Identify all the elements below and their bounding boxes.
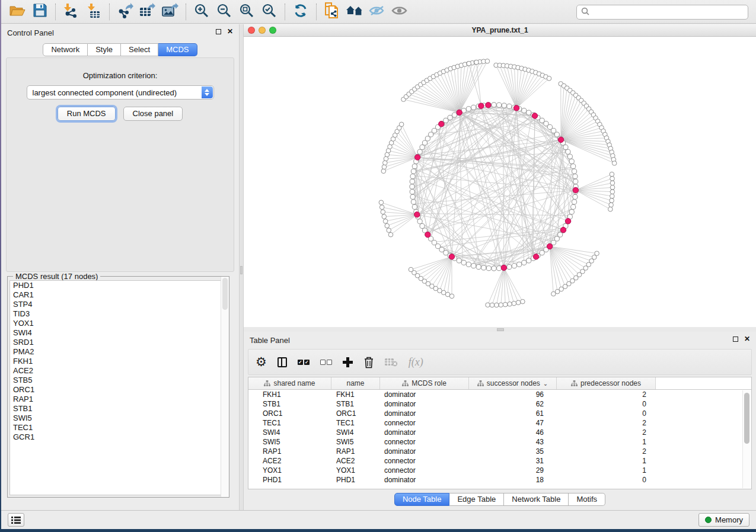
table-settings-button[interactable]: ⚙ <box>256 354 267 370</box>
toolbar-separator <box>316 4 317 20</box>
network-canvas[interactable] <box>244 37 756 327</box>
table-row[interactable]: SWI4SWI4dominator462 <box>248 428 751 437</box>
mcds-list-item[interactable]: STB1 <box>10 404 227 414</box>
function-builder-button[interactable]: f(x) <box>409 354 423 370</box>
table-row[interactable]: ACE2ACE2connector311 <box>248 456 751 466</box>
deselect-all-button[interactable] <box>320 354 332 370</box>
mcds-list-item[interactable]: GCR1 <box>10 432 227 442</box>
result-list-scrollbar[interactable] <box>221 277 229 497</box>
export-table-button[interactable] <box>138 2 158 21</box>
close-panel-icon[interactable]: ✕ <box>227 29 233 34</box>
column-header-predecessor-nodes[interactable]: predecessor nodes <box>557 377 656 389</box>
network-graph[interactable] <box>244 37 756 327</box>
column-namespace-icon <box>571 380 578 387</box>
mcds-list-item[interactable]: PMA2 <box>10 347 227 357</box>
run-mcds-button[interactable]: Run MCDS <box>58 107 116 121</box>
close-panel-button[interactable]: Close panel <box>123 107 183 121</box>
toolbar-separator <box>55 4 56 20</box>
show-all-button[interactable] <box>390 2 410 21</box>
mcds-list-item[interactable]: STP4 <box>10 300 227 309</box>
table-row[interactable]: PHD1PHD1dominator180 <box>248 475 751 485</box>
mcds-list-item[interactable]: RAP1 <box>10 395 227 404</box>
float-panel-icon[interactable] <box>216 29 221 34</box>
mcds-list-item[interactable]: CAR1 <box>10 290 227 300</box>
clone-network-button[interactable] <box>322 2 342 21</box>
criterion-select[interactable]: largest connected component (undirected) <box>27 85 214 100</box>
table-cell: FKH1 <box>331 390 380 399</box>
column-header-name[interactable]: name <box>331 377 380 389</box>
mcds-list-item[interactable]: SRD1 <box>10 338 227 347</box>
open-folder-icon <box>9 4 25 20</box>
import-table-button[interactable] <box>84 2 104 21</box>
table-row[interactable]: ORC1ORC1dominator610 <box>248 409 751 418</box>
mcds-result-list[interactable]: PHD1CAR1STP4TID3YOX1SWI4SRD1PMA2FKH1ACE2… <box>9 280 227 495</box>
mcds-list-item[interactable]: STB5 <box>10 376 227 385</box>
search-input[interactable] <box>592 8 741 17</box>
table-row[interactable]: FKH1FKH1dominator962 <box>248 390 751 399</box>
column-header-shared-name[interactable]: shared name <box>248 377 331 389</box>
table-scrollbar[interactable] <box>742 390 751 488</box>
table-cell: STB1 <box>331 400 380 408</box>
refresh-button[interactable] <box>291 2 311 21</box>
mcds-list-item[interactable]: ACE2 <box>10 366 227 376</box>
table-row[interactable]: STB1STB1dominator620 <box>248 399 751 409</box>
first-neighbors-button[interactable] <box>344 2 365 21</box>
zoom-selected-button[interactable] <box>259 2 279 21</box>
tab-select[interactable]: Select <box>121 43 158 56</box>
select-all-button[interactable]: ✓✓ <box>298 354 310 370</box>
mcds-list-item[interactable]: SWI5 <box>10 414 227 423</box>
fx-icon: f(x) <box>409 356 423 368</box>
table-row[interactable]: YOX1YOX1connector291 <box>248 466 751 475</box>
add-column-button[interactable] <box>343 354 353 370</box>
delete-table-button[interactable] <box>385 354 398 370</box>
table-row[interactable]: TEC1TEC1connector472 <box>248 418 751 428</box>
tab-edge-table[interactable]: Edge Table <box>449 493 504 506</box>
mcds-list-item[interactable]: FKH1 <box>10 357 227 366</box>
result-list-scroll-thumb[interactable] <box>222 278 228 310</box>
save-session-button[interactable] <box>30 2 50 21</box>
show-columns-button[interactable] <box>277 354 287 370</box>
delete-column-button[interactable] <box>363 354 374 370</box>
zoom-out-button[interactable] <box>214 2 234 21</box>
table-scroll-thumb[interactable] <box>744 393 749 444</box>
horizontal-splitter[interactable] <box>244 327 756 332</box>
export-image-button[interactable] <box>160 2 180 21</box>
column-header-successor-nodes[interactable]: successor nodes⌄ <box>469 377 557 389</box>
float-panel-icon[interactable] <box>733 336 738 342</box>
mcds-list-item[interactable]: TID3 <box>10 309 227 319</box>
mcds-list-item[interactable]: PHD1 <box>10 281 227 290</box>
tab-network-table[interactable]: Network Table <box>504 493 569 506</box>
search-field[interactable] <box>576 5 748 20</box>
splitter-grip[interactable] <box>497 328 504 331</box>
column-header-label: MCDS role <box>412 379 446 387</box>
table-row[interactable]: SWI5SWI5connector431 <box>248 437 751 447</box>
table-header-row: shared namenameMCDS rolesuccessor nodes⌄… <box>248 377 751 390</box>
table-cell: ORC1 <box>248 409 331 418</box>
table-row[interactable]: RAP1RAP1dominator352 <box>248 447 751 456</box>
hide-selected-button[interactable] <box>367 2 387 21</box>
import-network-button[interactable] <box>61 2 81 21</box>
zoom-fit-button[interactable] <box>237 2 257 21</box>
splitter-grip[interactable] <box>240 266 243 274</box>
close-panel-icon[interactable]: ✕ <box>744 336 750 342</box>
column-header-MCDS-role[interactable]: MCDS role <box>380 377 469 389</box>
tab-motifs[interactable]: Motifs <box>569 493 605 506</box>
tab-style[interactable]: Style <box>88 43 121 56</box>
mcds-list-item[interactable]: TEC1 <box>10 423 227 432</box>
table-cell: 35 <box>469 447 557 456</box>
unchecked-box-icon <box>327 360 332 365</box>
clone-network-icon <box>324 2 340 21</box>
status-bar: Memory <box>1 510 756 529</box>
tab-node-table[interactable]: Node Table <box>394 493 450 506</box>
open-session-button[interactable] <box>7 2 27 21</box>
zoom-in-button[interactable] <box>192 2 212 21</box>
tab-mcds[interactable]: MCDS <box>158 43 197 56</box>
mcds-list-item[interactable]: YOX1 <box>10 319 227 328</box>
panel-toggle-button[interactable] <box>8 513 24 527</box>
mcds-list-item[interactable]: SWI4 <box>10 328 227 338</box>
tab-network[interactable]: Network <box>43 43 88 56</box>
memory-button[interactable]: Memory <box>698 513 749 527</box>
export-network-button[interactable] <box>115 2 135 21</box>
vertical-splitter[interactable] <box>239 24 244 510</box>
mcds-list-item[interactable]: ORC1 <box>10 385 227 395</box>
